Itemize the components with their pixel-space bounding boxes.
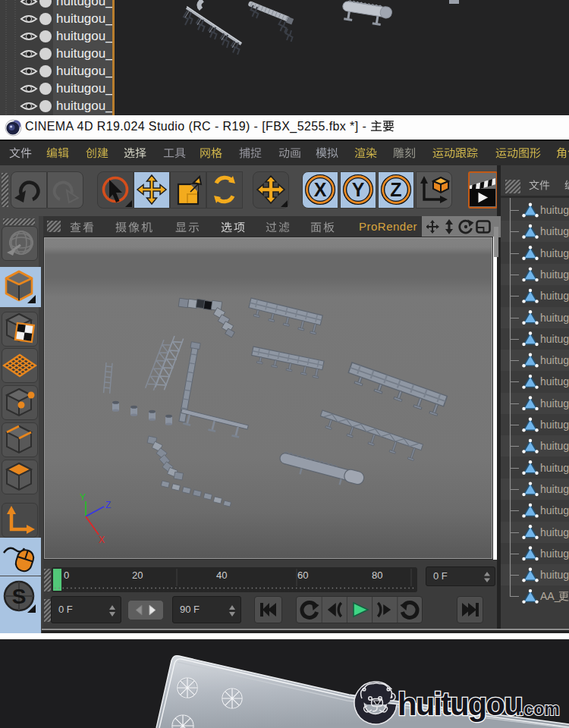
svg-text:Z: Z	[390, 179, 401, 200]
svg-text:Z: Z	[105, 500, 111, 510]
svg-text:X: X	[314, 179, 327, 200]
svg-text:Y: Y	[80, 492, 86, 503]
svg-text:80: 80	[372, 570, 382, 581]
svg-text:0: 0	[64, 570, 69, 581]
svg-text:S: S	[12, 585, 27, 608]
svg-text:huitugou: huitugou	[398, 686, 522, 722]
svg-text:.com: .com	[519, 699, 560, 719]
svg-text:Y: Y	[352, 179, 365, 200]
svg-text:60: 60	[297, 570, 308, 581]
svg-text:20: 20	[132, 570, 143, 581]
svg-text:X: X	[99, 535, 105, 545]
svg-text:40: 40	[216, 570, 227, 581]
